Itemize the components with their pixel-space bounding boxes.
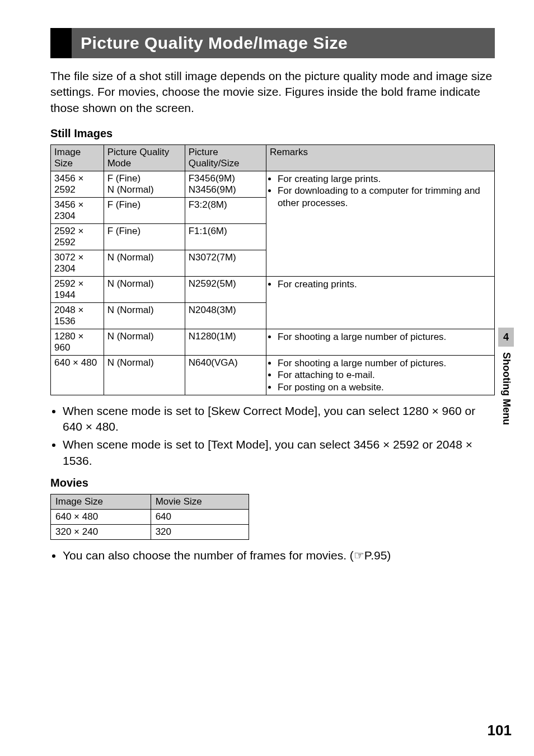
remark-item: For attaching to e-mail. <box>278 369 491 381</box>
chapter-label: Shooting Menu <box>500 352 512 425</box>
cell-pq-size: N640(VGA) <box>185 356 266 395</box>
cell-pq-mode: F (Fine) <box>104 198 185 224</box>
cell-pq-size: F1:1(6M) <box>185 224 266 250</box>
note-item: You can also choose the number of frames… <box>63 548 495 563</box>
table-header-row: Image Size Movie Size <box>51 494 249 510</box>
remark-item: For shooting a large number of pictures. <box>278 331 491 343</box>
cell-remarks: For shooting a large number of pictures.… <box>266 356 494 395</box>
cell-image-size: 2048 × 1536 <box>51 303 104 329</box>
cell-image-size: 1280 × 960 <box>51 329 104 356</box>
chapter-number-box: 4 <box>498 328 514 347</box>
note-list: When scene mode is set to [Skew Correct … <box>50 403 495 469</box>
col-picture-quality-mode: Picture Quality Mode <box>104 145 185 171</box>
cell-pq-mode: F (Fine) N (Normal) <box>104 171 185 198</box>
col-image-size: Image Size <box>51 145 104 171</box>
cell-image-size: 640 × 480 <box>51 510 151 525</box>
table-row: 640 × 480 640 <box>51 510 249 525</box>
note-text-prefix: You can also choose the number of frames… <box>63 549 354 562</box>
table-row: 1280 × 960 N (Normal) N1280(1M) For shoo… <box>51 329 495 356</box>
cell-image-size: 3072 × 2304 <box>51 250 104 277</box>
cell-pq-size: F3456(9M) N3456(9M) <box>185 171 266 198</box>
table-row: 3456 × 2592 F (Fine) N (Normal) F3456(9M… <box>51 171 495 198</box>
cell-image-size: 320 × 240 <box>51 525 151 540</box>
section-title: Picture Quality Mode/Image Size <box>72 28 495 58</box>
page-number: 101 <box>488 722 512 739</box>
cell-image-size: 2592 × 1944 <box>51 277 104 303</box>
cell-pq-size: N1280(1M) <box>185 329 266 356</box>
note-item: When scene mode is set to [Skew Correct … <box>63 403 495 435</box>
cell-pq-size: N2592(5M) <box>185 277 266 303</box>
remark-item: For downloading to a computer for trimmi… <box>278 185 491 209</box>
col-movie-size: Movie Size <box>151 494 249 510</box>
title-left-block <box>50 28 72 58</box>
table-header-row: Image Size Picture Quality Mode Picture … <box>51 145 495 171</box>
cell-pq-size: F3:2(8M) <box>185 198 266 224</box>
cell-image-size: 3456 × 2304 <box>51 198 104 224</box>
cell-text: N (Normal) <box>107 184 154 195</box>
note-item: When scene mode is set to [Text Mode], y… <box>63 437 495 469</box>
page-ref-link[interactable]: P.95 <box>364 549 387 562</box>
still-images-table: Image Size Picture Quality Mode Picture … <box>50 144 495 395</box>
remark-item: For posting on a website. <box>278 381 491 393</box>
cell-text: F3456(9M) <box>189 173 235 184</box>
remark-item: For creating large prints. <box>278 173 491 185</box>
table-row: 640 × 480 N (Normal) N640(VGA) For shoot… <box>51 356 495 395</box>
cell-pq-mode: N (Normal) <box>104 250 185 277</box>
col-image-size: Image Size <box>51 494 151 510</box>
table-row: 320 × 240 320 <box>51 525 249 540</box>
cell-movie-size: 640 <box>151 510 249 525</box>
cell-remarks: For shooting a large number of pictures. <box>266 329 494 356</box>
movies-table: Image Size Movie Size 640 × 480 640 320 … <box>50 494 249 540</box>
cell-pq-mode: N (Normal) <box>104 356 185 395</box>
cell-pq-size: N3072(7M) <box>185 250 266 277</box>
side-tab: 4 Shooting Menu <box>498 328 514 425</box>
cell-pq-mode: N (Normal) <box>104 329 185 356</box>
cell-image-size: 3456 × 2592 <box>51 171 104 198</box>
cell-image-size: 2592 × 2592 <box>51 224 104 250</box>
cell-pq-mode: F (Fine) <box>104 224 185 250</box>
note-text-suffix: ) <box>387 549 391 562</box>
col-picture-quality-size: Picture Quality/Size <box>185 145 266 171</box>
hand-pointer-icon: ☞ <box>354 548 364 563</box>
cell-image-size: 640 × 480 <box>51 356 104 395</box>
movies-heading: Movies <box>50 477 495 489</box>
remark-item: For shooting a large number of pictures. <box>278 357 491 369</box>
col-remarks: Remarks <box>266 145 494 171</box>
cell-text: N3456(9M) <box>189 184 236 195</box>
cell-pq-size: N2048(3M) <box>185 303 266 329</box>
cell-remarks: For creating prints. <box>266 277 494 329</box>
remark-item: For creating prints. <box>278 278 491 290</box>
cell-pq-mode: N (Normal) <box>104 303 185 329</box>
cell-movie-size: 320 <box>151 525 249 540</box>
cell-pq-mode: N (Normal) <box>104 277 185 303</box>
cell-text: F (Fine) <box>107 173 141 184</box>
cell-remarks: For creating large prints. For downloadi… <box>266 171 494 277</box>
table-row: 2592 × 1944 N (Normal) N2592(5M) For cre… <box>51 277 495 303</box>
still-images-heading: Still Images <box>50 127 495 140</box>
intro-paragraph: The file size of a shot still image depe… <box>50 68 495 116</box>
section-title-bar: Picture Quality Mode/Image Size <box>50 28 495 58</box>
note-list: You can also choose the number of frames… <box>50 548 495 563</box>
